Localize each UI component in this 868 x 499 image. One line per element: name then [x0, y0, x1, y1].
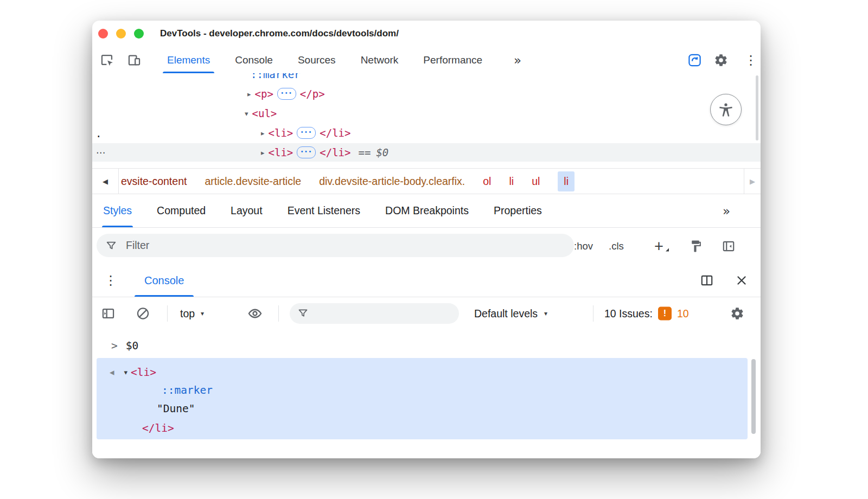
toolbar-divider: [167, 305, 168, 322]
extension-icon[interactable]: [687, 53, 702, 67]
new-style-rule-button[interactable]: +: [654, 237, 663, 255]
tree-row-p[interactable]: ▸<p>•••</p>: [92, 85, 761, 103]
more-tabs-icon[interactable]: »: [514, 47, 521, 73]
device-toolbar-icon[interactable]: [127, 53, 142, 67]
tag-open: <p>: [255, 88, 273, 100]
tab-performance[interactable]: Performance: [418, 47, 488, 73]
console-filter-field[interactable]: [290, 303, 459, 324]
split-panel-icon[interactable]: [700, 273, 714, 287]
drawer-kebab-menu-icon[interactable]: ⋮: [104, 273, 117, 288]
tab-network[interactable]: Network: [355, 47, 404, 73]
close-window-button[interactable]: [98, 29, 108, 39]
result-row-close[interactable]: </li>: [142, 419, 174, 437]
result-row-open[interactable]: ◂ ▾ <li>: [110, 363, 156, 381]
tab-properties[interactable]: Properties: [494, 194, 542, 227]
main-toolbar: Elements Console Sources Network Perform…: [92, 47, 761, 74]
tree-row-li-selected[interactable]: ▸<li>•••</li>==$0: [92, 143, 761, 162]
styles-filter-input[interactable]: [125, 239, 565, 252]
tab-dom-breakpoints[interactable]: DOM Breakpoints: [385, 194, 469, 227]
tag-open: <li>: [269, 127, 293, 139]
levels-label: Default levels: [474, 307, 538, 319]
tab-sources[interactable]: Sources: [292, 47, 341, 73]
toggle-sidebar-icon[interactable]: [722, 239, 736, 253]
console-scrollbar[interactable]: [751, 359, 756, 434]
log-levels-dropdown[interactable]: Default levels ▾: [474, 307, 547, 319]
window-title: DevTools - developer.chrome.com/docs/dev…: [160, 21, 399, 47]
tab-layout[interactable]: Layout: [231, 194, 263, 227]
inline-expand-button[interactable]: •••: [297, 127, 316, 139]
breadcrumb-list: evsite-content article.devsite-article d…: [119, 169, 744, 194]
breadcrumb-scroll-left-button[interactable]: ◀: [92, 169, 119, 194]
expand-arrow-icon[interactable]: ▸: [261, 129, 265, 137]
tree-row-li[interactable]: ▸<li>•••</li>: [92, 124, 761, 142]
settings-gear-icon[interactable]: [714, 53, 728, 67]
accessibility-person-icon: [718, 101, 734, 118]
inline-expand-button[interactable]: •••: [297, 146, 316, 158]
clipped-ellipsis-node: ⋯: [96, 147, 106, 158]
dollar-zero-reference: $0: [376, 146, 388, 158]
tab-event-listeners[interactable]: Event Listeners: [288, 194, 360, 227]
issues-counter[interactable]: 10 Issues: ! 10: [604, 306, 689, 320]
expand-arrow-icon[interactable]: ▸: [261, 149, 265, 157]
breadcrumb-item[interactable]: div.devsite-article-body.clearfix.: [319, 175, 465, 188]
fullscreen-window-button[interactable]: [134, 29, 144, 39]
tab-styles[interactable]: Styles: [103, 194, 132, 227]
filter-funnel-icon: [105, 240, 117, 252]
collapse-arrow-icon[interactable]: ▾: [245, 110, 248, 118]
result-close-tag: </li>: [142, 422, 174, 434]
breadcrumb-item[interactable]: evsite-content: [121, 175, 187, 188]
inline-expand-button[interactable]: •••: [277, 88, 296, 100]
toolbar-divider: [593, 305, 593, 322]
result-row-text[interactable]: "Dune": [157, 400, 195, 417]
console-settings-gear-icon[interactable]: [730, 306, 744, 321]
element-classes-button[interactable]: .cls: [609, 240, 624, 252]
breadcrumb-item[interactable]: ul: [532, 175, 540, 188]
toolbar-divider: [278, 305, 279, 322]
chevron-down-icon: ▾: [544, 310, 547, 317]
result-row-marker[interactable]: ::marker: [162, 381, 213, 399]
toggle-element-state-button[interactable]: :hov: [574, 240, 593, 252]
live-expression-eye-icon[interactable]: [247, 306, 263, 321]
expand-arrow-icon[interactable]: ▸: [247, 90, 251, 98]
breadcrumb-item[interactable]: li: [509, 175, 514, 188]
tag-close: </li>: [320, 127, 350, 139]
tab-computed[interactable]: Computed: [157, 194, 206, 227]
styles-tab-bar: Styles Computed Layout Event Listeners D…: [92, 194, 761, 228]
console-filter-input[interactable]: [315, 306, 454, 320]
rendering-emulation-icon[interactable]: [689, 239, 703, 253]
breadcrumb-item-selected[interactable]: li: [558, 171, 575, 191]
tree-node-marker-clipped[interactable]: ::marker: [251, 73, 301, 84]
traffic-lights: [98, 29, 144, 39]
elements-scrollbar[interactable]: [756, 75, 758, 140]
minimize-window-button[interactable]: [116, 29, 126, 39]
chevron-down-icon: ▾: [201, 310, 204, 317]
close-drawer-icon[interactable]: [735, 273, 749, 287]
breadcrumb-item[interactable]: article.devsite-article: [205, 175, 301, 188]
kebab-menu-icon[interactable]: ⋮: [744, 53, 757, 68]
breadcrumb-item[interactable]: ol: [483, 175, 491, 188]
more-sidebar-tabs-icon[interactable]: »: [723, 194, 730, 227]
styles-filter-field[interactable]: [97, 234, 574, 257]
console-result-highlighted[interactable]: ◂ ▾ <li> ::marker "Dune" </li>: [97, 358, 748, 439]
clear-console-icon[interactable]: [136, 306, 150, 321]
equals-annotation: ==: [359, 146, 371, 158]
inspect-element-icon[interactable]: [100, 53, 114, 67]
expression-text: $0: [126, 340, 138, 352]
console-messages: > $0 ◂ ▾ <li> ::marker "Dune" </li>: [92, 330, 761, 458]
breadcrumb-bar: ◀ evsite-content article.devsite-article…: [92, 168, 761, 194]
context-label: top: [180, 307, 195, 319]
tab-console[interactable]: Console: [229, 47, 278, 73]
result-open-tag: <li>: [131, 366, 156, 379]
tag-open: <ul>: [252, 107, 277, 119]
returned-value-arrow-icon: ◂: [110, 367, 114, 378]
drawer-tab-console[interactable]: Console: [135, 264, 194, 297]
execution-context-selector[interactable]: top ▾: [180, 307, 204, 319]
console-sidebar-icon[interactable]: [101, 306, 116, 321]
accessibility-button[interactable]: [710, 94, 742, 125]
collapse-arrow-icon[interactable]: ▾: [124, 368, 128, 376]
panel-tabs: Elements Console Sources Network Perform…: [162, 47, 521, 73]
tab-elements[interactable]: Elements: [162, 47, 215, 73]
console-evaluated-expression[interactable]: > $0: [111, 337, 138, 354]
breadcrumb-scroll-right-button[interactable]: ▶: [744, 169, 761, 194]
tree-row-ul[interactable]: ▾<ul>: [92, 104, 761, 123]
